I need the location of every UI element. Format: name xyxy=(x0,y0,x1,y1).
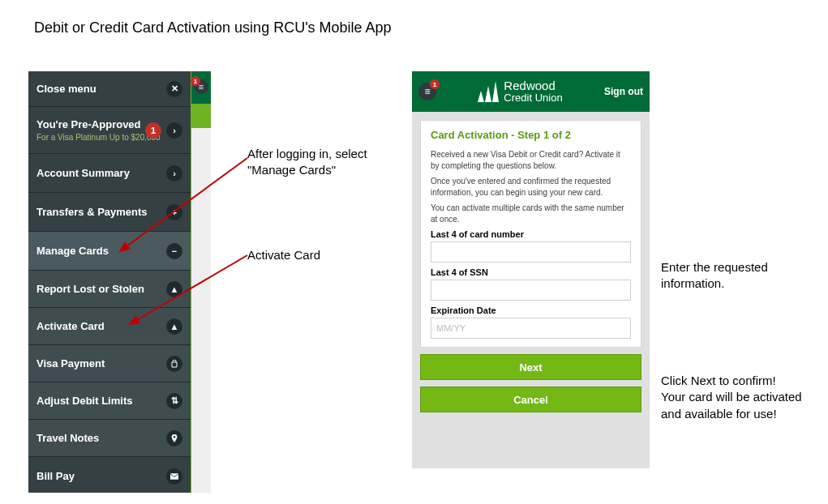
chevron-icon: › xyxy=(166,165,182,182)
menu-item-report-lost-or-stolen[interactable]: Report Lost or Stolen▲ xyxy=(28,271,191,308)
mail-icon xyxy=(166,468,182,485)
menu-item-label: Visa Payment xyxy=(36,357,105,369)
menu-item-label: Adjust Debit Limits xyxy=(36,395,132,407)
form-body: Card Activation - Step 1 of 2 Received a… xyxy=(412,112,650,468)
menu-item-transfers-payments[interactable]: Transfers & Payments+ xyxy=(28,193,191,232)
card-number-input[interactable] xyxy=(431,241,631,263)
annotation-click-next: Click Next to confirm!Your card will be … xyxy=(661,373,823,422)
next-button[interactable]: Next xyxy=(420,354,641,380)
menu-list: Close menu ✕ You're Pre-Approved For a V… xyxy=(28,71,191,493)
chevron-right-icon: › xyxy=(166,122,182,139)
hamburger-icon[interactable]: ≡ 1 xyxy=(194,79,208,94)
annotation-enter-info: Enter the requested information. xyxy=(661,259,823,293)
svg-point-0 xyxy=(174,436,176,438)
close-menu-label: Close menu xyxy=(36,83,97,95)
ssn-label: Last 4 of SSN xyxy=(431,267,631,277)
menu-backdrop xyxy=(191,71,211,493)
menu-item-label: Account Summary xyxy=(36,167,130,179)
logo-line1: Redwood xyxy=(504,79,562,92)
menu-item-label: Travel Notes xyxy=(36,432,99,444)
menu-item-label: Manage Cards xyxy=(36,245,109,257)
close-icon: ✕ xyxy=(166,81,182,97)
logo-trees-icon xyxy=(478,81,499,102)
card-number-label: Last 4 of card number xyxy=(431,229,631,239)
menu-item-label: Bill Pay xyxy=(36,470,75,482)
alert-icon: ▲ xyxy=(166,281,182,297)
expiration-label: Expiration Date xyxy=(431,305,631,315)
cancel-button[interactable]: Cancel xyxy=(420,387,641,412)
app-form-screenshot: ≡ 1 Redwood Credit Union Sign out Card A… xyxy=(412,71,650,468)
alert-icon: ▲ xyxy=(166,318,182,335)
menu-item-label: Transfers & Payments xyxy=(36,206,148,218)
menu-item-bill-pay[interactable]: Bill Pay xyxy=(28,457,191,493)
preapproved-subtitle: For a Visa Platinum Up to $20,000 xyxy=(36,133,161,142)
plus-icon: + xyxy=(166,204,182,220)
menu-item-label: Report Lost or Stolen xyxy=(36,283,144,295)
annotation-activate-card: Activate Card xyxy=(247,247,401,263)
logo-line2: Credit Union xyxy=(504,92,562,104)
hamburger-icon[interactable]: ≡ 1 xyxy=(418,83,436,100)
annotation-manage-cards: After logging in, select "Manage Cards" xyxy=(247,146,401,179)
form-p1: Received a new Visa Debit or Credit card… xyxy=(431,149,631,171)
app-menu-screenshot: ≡ 1 Close menu ✕ You're Pre-Approved For… xyxy=(28,71,211,493)
sliders-icon: ⇅ xyxy=(166,393,182,409)
notification-badge: 1 xyxy=(430,79,440,89)
alert-badge-icon: 1 xyxy=(145,122,161,139)
form-p3: You can activate multiple cards with the… xyxy=(431,203,631,224)
pin-icon xyxy=(166,430,182,446)
menu-item-travel-notes[interactable]: Travel Notes xyxy=(28,420,191,457)
menu-item-activate-card[interactable]: Activate Card▲ xyxy=(28,308,191,345)
preapproved-title: You're Pre-Approved xyxy=(36,118,141,130)
menu-item-account-summary[interactable]: Account Summary› xyxy=(28,154,191,193)
menu-item-manage-cards[interactable]: Manage Cards− xyxy=(28,232,191,271)
form-card: Card Activation - Step 1 of 2 Received a… xyxy=(420,120,641,348)
form-p2: Once you've entered and confirmed the re… xyxy=(431,176,631,198)
ssn-input[interactable] xyxy=(431,280,631,301)
close-menu-row[interactable]: Close menu ✕ xyxy=(28,71,191,107)
bag-icon xyxy=(166,356,182,372)
app-header: ≡ 1 Redwood Credit Union Sign out xyxy=(412,71,650,112)
menu-item-label: Activate Card xyxy=(36,320,105,332)
form-title: Card Activation - Step 1 of 2 xyxy=(431,129,631,141)
preapproved-row[interactable]: You're Pre-Approved For a Visa Platinum … xyxy=(28,107,191,154)
sign-out-link[interactable]: Sign out xyxy=(604,86,643,97)
rcu-logo: Redwood Credit Union xyxy=(478,79,562,103)
menu-item-visa-payment[interactable]: Visa Payment xyxy=(28,345,191,382)
menu-item-adjust-debit-limits[interactable]: Adjust Debit Limits⇅ xyxy=(28,382,191,420)
minus-icon: − xyxy=(166,243,182,259)
expiration-input[interactable] xyxy=(431,318,631,339)
doc-title: Debit or Credit Card Activation using RC… xyxy=(34,19,392,36)
notification-badge: 1 xyxy=(191,76,200,86)
